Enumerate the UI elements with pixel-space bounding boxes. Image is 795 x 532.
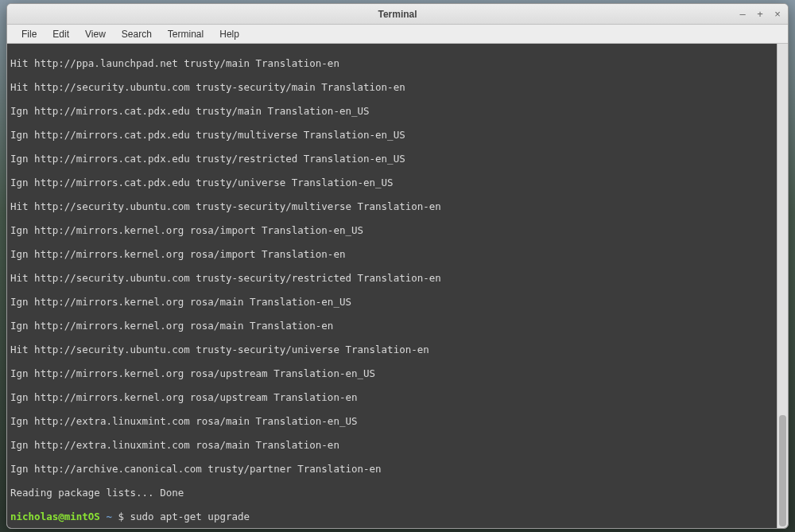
terminal-window: Terminal – + × File Edit View Search Ter… <box>6 3 789 529</box>
output-line: Ign http://mirrors.kernel.org rosa/upstr… <box>10 391 785 403</box>
titlebar[interactable]: Terminal – + × <box>7 4 788 25</box>
output-line: Reading package lists... Done <box>10 487 785 499</box>
menu-edit[interactable]: Edit <box>45 26 77 42</box>
prompt-symbol: $ <box>118 511 124 522</box>
output-line: Hit http://security.ubuntu.com trusty-se… <box>10 81 785 93</box>
output-line: Ign http://mirrors.cat.pdx.edu trusty/re… <box>10 153 785 165</box>
prompt-path: ~ <box>106 511 112 522</box>
output-line: Ign http://mirrors.kernel.org rosa/main … <box>10 296 785 308</box>
output-line: Ign http://mirrors.cat.pdx.edu trusty/ma… <box>10 105 785 117</box>
output-line: Ign http://mirrors.kernel.org rosa/main … <box>10 320 785 332</box>
window-title: Terminal <box>378 9 417 20</box>
menu-file[interactable]: File <box>14 26 45 42</box>
output-line: Ign http://mirrors.cat.pdx.edu trusty/mu… <box>10 129 785 141</box>
output-line: Hit http://ppa.launchpad.net trusty/main… <box>10 57 785 69</box>
output-line: Ign http://mirrors.kernel.org rosa/upstr… <box>10 367 785 379</box>
menu-view[interactable]: View <box>77 26 114 42</box>
command-text: sudo apt-get upgrade <box>124 511 250 522</box>
output-line: Hit http://security.ubuntu.com trusty-se… <box>10 344 785 355</box>
scroll-thumb[interactable] <box>779 415 786 526</box>
minimize-button[interactable]: – <box>737 9 748 20</box>
output-line: Ign http://archive.canonical.com trusty/… <box>10 463 785 475</box>
output-line: Ign http://mirrors.cat.pdx.edu trusty/un… <box>10 177 785 188</box>
output-line: Hit http://security.ubuntu.com trusty-se… <box>10 200 785 212</box>
menubar: File Edit View Search Terminal Help <box>7 25 788 44</box>
output-line: Ign http://extra.linuxmint.com rosa/main… <box>10 439 785 451</box>
close-button[interactable]: × <box>772 9 783 20</box>
prompt-line: nicholas@mintOS ~ $ sudo apt-get upgrade <box>10 511 785 522</box>
prompt-userhost: nicholas@mintOS <box>10 511 100 522</box>
output-line: Ign http://mirrors.kernel.org rosa/impor… <box>10 248 785 260</box>
menu-terminal[interactable]: Terminal <box>160 26 211 42</box>
window-controls: – + × <box>737 4 783 24</box>
scrollbar[interactable] <box>777 44 788 528</box>
maximize-button[interactable]: + <box>754 9 766 20</box>
output-line: Hit http://security.ubuntu.com trusty-se… <box>10 272 785 284</box>
output-line: Ign http://extra.linuxmint.com rosa/main… <box>10 415 785 427</box>
menu-search[interactable]: Search <box>114 26 160 42</box>
terminal-output[interactable]: Hit http://ppa.launchpad.net trusty/main… <box>7 44 788 528</box>
output-line: Ign http://mirrors.kernel.org rosa/impor… <box>10 224 785 236</box>
menu-help[interactable]: Help <box>211 26 247 42</box>
